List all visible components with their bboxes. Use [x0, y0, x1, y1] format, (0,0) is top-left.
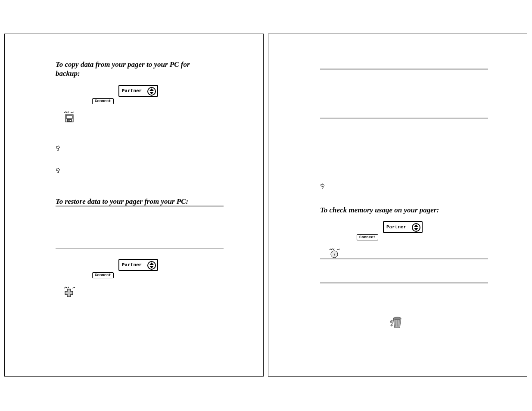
- divider: [56, 206, 224, 207]
- heading-check-memory: To check memory usage on your pager:: [320, 206, 484, 215]
- save-disk-icon: [63, 111, 75, 123]
- connect-button[interactable]: Connect: [357, 234, 378, 240]
- divider: [320, 258, 488, 259]
- pointing-hand-icon: [56, 168, 62, 174]
- connect-button[interactable]: Connect: [92, 98, 114, 104]
- partner-label: Partner: [386, 224, 406, 230]
- divider: [320, 282, 488, 283]
- divider: [320, 118, 488, 119]
- svg-point-11: [391, 324, 392, 326]
- page-right: To check memory usage on your pager: Par…: [268, 34, 527, 377]
- svg-rect-7: [65, 292, 72, 294]
- heading-restore-data: To restore data to your pager from your …: [56, 197, 219, 206]
- partner-label: Partner: [122, 262, 142, 268]
- page-left: To copy data from your pager to your PC …: [4, 34, 264, 377]
- memory-info-icon: i: [329, 248, 342, 259]
- pointing-hand-icon: [56, 145, 62, 151]
- updown-arrow-icon: [147, 87, 156, 96]
- restore-icon: [63, 286, 77, 298]
- partner-selector[interactable]: Partner: [118, 85, 158, 97]
- svg-point-10: [393, 317, 401, 320]
- updown-arrow-icon: [412, 223, 420, 232]
- svg-rect-1: [66, 115, 72, 118]
- trash-icon: [388, 314, 404, 330]
- updown-arrow-icon: [147, 261, 156, 270]
- divider: [320, 68, 488, 70]
- partner-label: Partner: [122, 88, 142, 93]
- partner-selector[interactable]: Partner: [383, 221, 423, 233]
- heading-copy-data: To copy data from your pager to your PC …: [56, 60, 211, 78]
- divider: [56, 248, 224, 249]
- connect-button[interactable]: Connect: [92, 272, 114, 278]
- pointing-hand-icon: [320, 183, 326, 189]
- svg-text:i: i: [333, 252, 335, 257]
- partner-selector[interactable]: Partner: [118, 259, 158, 271]
- svg-rect-3: [70, 120, 71, 121]
